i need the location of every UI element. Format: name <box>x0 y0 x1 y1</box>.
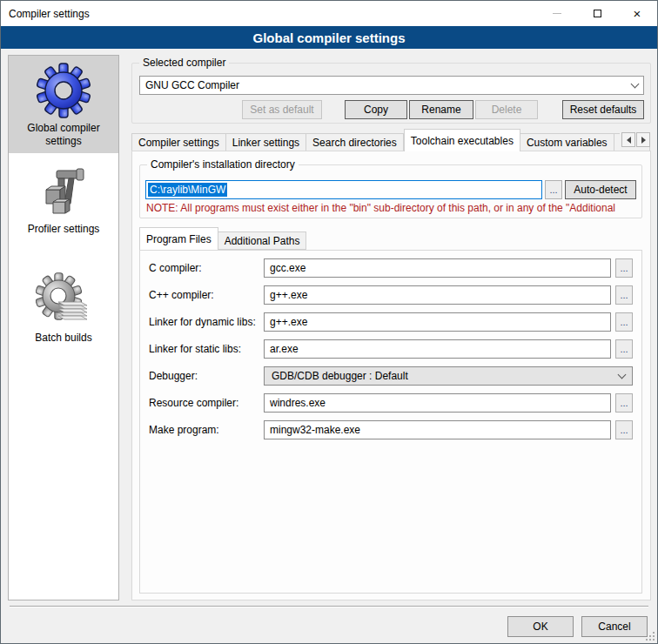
tab-scroll-left-button[interactable] <box>621 132 635 147</box>
tab-additional-paths[interactable]: Additional Paths <box>218 231 307 250</box>
field-label: C++ compiler: <box>149 289 264 301</box>
settings-category-list: Global compiler settings <box>8 55 119 600</box>
tab-compiler-settings[interactable]: Compiler settings <box>131 133 226 151</box>
dialog-body: Global compiler settings <box>1 49 657 643</box>
browse-directory-button[interactable]: ... <box>545 180 562 199</box>
browse-resource-compiler-button[interactable]: ... <box>615 393 633 413</box>
resource-compiler-input[interactable] <box>264 393 611 413</box>
chevron-down-icon <box>631 79 640 88</box>
compiler-actions: Set as default Copy Rename Delete Reset … <box>139 100 644 119</box>
browse-c-compiler-button[interactable]: ... <box>615 258 633 278</box>
caption-buttons: × <box>537 1 657 26</box>
gray-gear-stack-icon <box>36 272 91 328</box>
c-compiler-input[interactable] <box>264 258 611 278</box>
debugger-select[interactable]: GDB/CDB debugger : Default <box>264 366 633 386</box>
installation-directory-group: Compiler's installation directory C:\ray… <box>139 164 642 218</box>
tab-scroll-right-button[interactable] <box>636 132 650 147</box>
dynamic-linker-input[interactable] <box>264 312 611 332</box>
triangle-left-icon <box>623 137 631 144</box>
static-linker-row: Linker for static libs: ... <box>149 339 633 359</box>
tab-scroll-buttons <box>620 132 650 147</box>
compiler-select[interactable]: GNU GCC Compiler <box>139 76 644 95</box>
titlebar: Compiler settings × <box>1 1 657 26</box>
set-as-default-button: Set as default <box>242 100 322 119</box>
footer-separator <box>10 606 648 607</box>
browse-dynamic-linker-button[interactable]: ... <box>615 312 633 332</box>
browse-cpp-compiler-button[interactable]: ... <box>615 285 633 305</box>
debugger-row: Debugger: GDB/CDB debugger : Default <box>149 366 633 386</box>
caliper-blocks-icon <box>36 164 91 219</box>
resize-grip-icon[interactable] <box>653 639 655 641</box>
group-label: Selected compiler <box>139 57 229 69</box>
group-label: Compiler's installation directory <box>147 158 299 171</box>
tab-search-directories[interactable]: Search directories <box>306 133 404 151</box>
blue-gear-icon <box>36 63 91 118</box>
field-label: Debugger: <box>149 370 264 382</box>
auto-detect-button[interactable]: Auto-detect <box>565 180 636 199</box>
static-linker-input[interactable] <box>264 339 611 359</box>
field-label: Resource compiler: <box>149 397 264 409</box>
maximize-icon <box>594 10 601 17</box>
tab-custom-variables[interactable]: Custom variables <box>520 133 614 151</box>
ok-button[interactable]: OK <box>507 616 574 637</box>
make-program-row: Make program: ... <box>149 420 633 439</box>
cpp-compiler-input[interactable] <box>264 285 611 305</box>
minimize-icon <box>553 13 561 14</box>
compiler-select-value: GNU GCC Compiler <box>145 79 632 91</box>
sidebar-item-label: Batch builds <box>12 332 115 345</box>
minimize-button <box>537 1 577 26</box>
browse-static-linker-button[interactable]: ... <box>615 339 633 359</box>
tab-program-files[interactable]: Program Files <box>139 227 218 250</box>
c-compiler-row: C compiler: ... <box>149 258 633 278</box>
toolchain-executables-page: Compiler's installation directory C:\ray… <box>131 151 651 600</box>
cpp-compiler-row: C++ compiler: ... <box>149 285 633 305</box>
field-label: Linker for dynamic libs: <box>149 316 264 328</box>
field-label: C compiler: <box>149 262 264 274</box>
page-title: Global compiler settings <box>1 26 657 49</box>
resource-compiler-row: Resource compiler: ... <box>149 393 633 413</box>
copy-button[interactable]: Copy <box>345 100 407 119</box>
sidebar-item-label: Global compiler settings <box>12 122 115 148</box>
settings-tabstrip: Compiler settings Linker settings Search… <box>131 129 651 151</box>
compiler-settings-window: Compiler settings × Global compiler sett… <box>0 0 658 644</box>
sidebar-item-global-compiler-settings[interactable]: Global compiler settings <box>9 56 118 153</box>
bin-subdirectory-note: NOTE: All programs must exist either in … <box>146 202 636 214</box>
cancel-button[interactable]: Cancel <box>581 616 648 637</box>
maximize-button[interactable] <box>577 1 617 26</box>
window-title: Compiler settings <box>1 8 537 20</box>
field-label: Linker for static libs: <box>149 343 264 355</box>
installation-directory-input[interactable]: C:\raylib\MinGW <box>145 180 542 199</box>
reset-defaults-button[interactable]: Reset defaults <box>562 100 644 119</box>
dynamic-linker-row: Linker for dynamic libs: ... <box>149 312 633 332</box>
program-files-tabstrip: Program Files Additional Paths <box>139 227 642 250</box>
field-label: Make program: <box>149 424 264 436</box>
triangle-right-icon <box>641 137 649 144</box>
selected-compiler-group: Selected compiler GNU GCC Compiler Set a… <box>131 63 651 124</box>
delete-button: Delete <box>475 100 538 119</box>
rename-button[interactable]: Rename <box>409 100 473 119</box>
sidebar-item-label: Profiler settings <box>12 223 115 236</box>
content-column: Selected compiler GNU GCC Compiler Set a… <box>131 55 651 600</box>
chevron-down-icon <box>618 370 627 379</box>
program-files-tabcontrol: Program Files Additional Paths C compile… <box>139 227 642 594</box>
program-files-page: C compiler: ... C++ compiler: ... Linker… <box>139 250 642 594</box>
installation-directory-row: C:\raylib\MinGW ... Auto-detect <box>145 180 636 199</box>
make-program-input[interactable] <box>264 420 611 439</box>
browse-make-program-button[interactable]: ... <box>615 420 633 439</box>
tab-linker-settings[interactable]: Linker settings <box>226 133 306 151</box>
close-button[interactable]: × <box>617 1 657 26</box>
close-icon: × <box>634 7 641 20</box>
sidebar-item-profiler-settings[interactable]: Profiler settings <box>9 157 118 241</box>
tab-toolchain-executables[interactable]: Toolchain executables <box>404 129 520 151</box>
selected-text: C:\raylib\MinGW <box>148 183 227 197</box>
sidebar-item-batch-builds[interactable]: Batch builds <box>9 265 118 350</box>
debugger-select-value: GDB/CDB debugger : Default <box>272 370 619 382</box>
